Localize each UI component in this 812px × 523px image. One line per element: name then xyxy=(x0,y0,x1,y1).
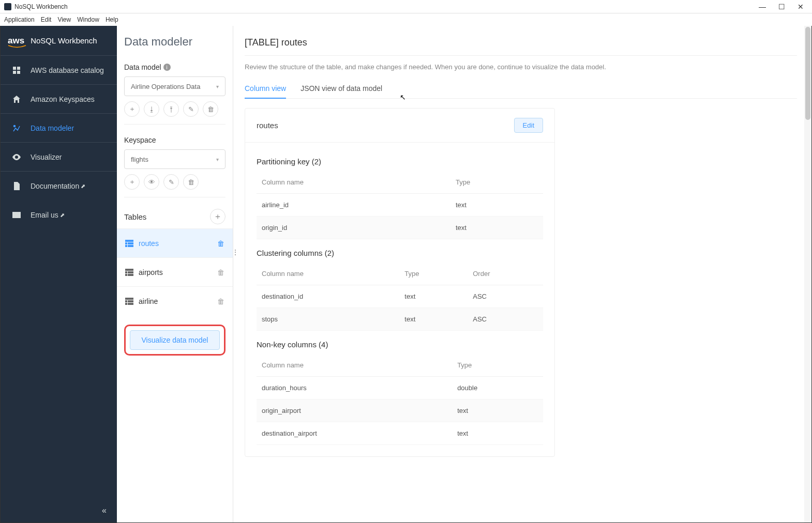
sidebar-title: NoSQL Workbench xyxy=(31,36,97,45)
menu-view[interactable]: View xyxy=(57,16,71,23)
chevron-down-icon: ▾ xyxy=(216,157,219,162)
window-maximize-button[interactable]: ☐ xyxy=(778,3,785,11)
sidebar-item-label: Data modeler xyxy=(31,124,74,132)
app-icon xyxy=(4,3,11,10)
tabs: Column view JSON view of data model xyxy=(245,84,797,99)
delete-table-button[interactable]: 🗑 xyxy=(217,239,224,248)
window-minimize-button[interactable]: — xyxy=(759,3,766,11)
info-icon[interactable]: i xyxy=(163,64,171,71)
table-item-routes[interactable]: routes 🗑 xyxy=(117,228,233,257)
panel-heading: Data modeler xyxy=(124,35,225,49)
svg-rect-6 xyxy=(125,242,127,244)
export-model-button[interactable]: ⭱ xyxy=(163,101,179,117)
aws-logo: aws xyxy=(8,36,24,46)
sidebar-item-data-modeler[interactable]: Data modeler xyxy=(1,114,117,143)
menu-edit[interactable]: Edit xyxy=(41,16,52,23)
separator xyxy=(245,55,797,56)
svg-rect-16 xyxy=(125,300,127,302)
data-model-label: Data model i xyxy=(124,63,225,71)
svg-rect-14 xyxy=(128,274,133,276)
add-table-button[interactable]: ＋ xyxy=(210,209,225,224)
table-name: airline xyxy=(139,297,158,305)
partitioning-title: Partitioning key (2) xyxy=(257,157,543,166)
edit-keyspace-button[interactable]: ✎ xyxy=(163,174,179,190)
sidebar-collapse-button[interactable]: « xyxy=(1,499,117,522)
page-title: [TABLE] routes xyxy=(245,37,797,48)
tab-column-view[interactable]: Column view xyxy=(245,84,286,99)
svg-rect-13 xyxy=(125,274,127,276)
add-keyspace-button[interactable]: ＋ xyxy=(124,174,140,190)
sidebar-item-email[interactable]: Email us⬈ xyxy=(1,201,117,229)
svg-rect-1 xyxy=(17,67,20,70)
upload-icon: ⭱ xyxy=(168,105,175,113)
visualize-button[interactable]: Visualize data model xyxy=(130,330,220,350)
svg-rect-7 xyxy=(128,242,133,244)
download-icon: ⭳ xyxy=(148,105,155,113)
delete-model-button[interactable]: 🗑 xyxy=(203,101,218,117)
sidebar-item-label: Documentation⬈ xyxy=(31,182,85,190)
order-header: Order xyxy=(468,263,543,285)
add-model-button[interactable]: ＋ xyxy=(124,101,140,117)
table-row: destination_idtextASC xyxy=(257,285,543,308)
chevron-down-icon: ▾ xyxy=(216,84,219,89)
type-header: Type xyxy=(450,171,543,194)
type-header: Type xyxy=(399,263,468,285)
table-row: duration_hoursdouble xyxy=(257,377,543,399)
menu-window[interactable]: Window xyxy=(77,16,99,23)
scrollbar-thumb[interactable] xyxy=(805,27,810,120)
window-title: NoSQL Workbench xyxy=(14,3,759,10)
table-card: routes Edit Partitioning key (2) Column … xyxy=(245,108,555,457)
menu-application[interactable]: Application xyxy=(4,16,35,23)
col-header: Column name xyxy=(257,354,452,377)
keyspace-select[interactable]: flights ▾ xyxy=(124,149,225,169)
menubar: Application Edit View Window Help xyxy=(0,13,812,26)
tables-label: Tables xyxy=(124,212,146,221)
view-keyspace-button[interactable]: 👁 xyxy=(144,174,159,190)
svg-point-4 xyxy=(14,125,16,127)
sidebar-item-visualizer[interactable]: Visualizer xyxy=(1,143,117,172)
menu-help[interactable]: Help xyxy=(106,16,118,23)
table-name: airports xyxy=(139,268,163,276)
svg-rect-10 xyxy=(125,269,133,271)
resize-handle[interactable]: ⋮ xyxy=(233,248,238,256)
tab-json-view[interactable]: JSON view of data model xyxy=(300,84,382,98)
card-table-name: routes xyxy=(257,121,278,130)
svg-rect-17 xyxy=(128,300,133,302)
delete-table-button[interactable]: 🗑 xyxy=(217,268,224,276)
external-link-icon: ⬈ xyxy=(60,212,65,219)
scrollbar[interactable] xyxy=(804,26,811,522)
svg-rect-3 xyxy=(17,71,20,74)
model-panel: Data modeler Data model i Airline Operat… xyxy=(117,26,233,522)
sidebar-item-label: AWS database catalog xyxy=(31,66,104,74)
nonkey-table: Column nameType duration_hoursdouble ori… xyxy=(257,354,543,445)
table-icon xyxy=(125,269,133,276)
clustering-table: Column nameTypeOrder destination_idtextA… xyxy=(257,263,543,331)
sidebar-item-catalog[interactable]: AWS database catalog xyxy=(1,56,117,85)
sidebar-item-label: Amazon Keyspaces xyxy=(31,95,95,103)
home-icon xyxy=(12,95,21,104)
svg-rect-9 xyxy=(128,245,133,247)
help-text: Review the structure of the table, and m… xyxy=(245,63,797,71)
delete-table-button[interactable]: 🗑 xyxy=(217,297,224,305)
svg-rect-18 xyxy=(125,303,127,305)
import-model-button[interactable]: ⭳ xyxy=(144,101,159,117)
edit-button[interactable]: Edit xyxy=(514,118,543,133)
delete-keyspace-button[interactable]: 🗑 xyxy=(183,174,199,190)
sidebar-item-documentation[interactable]: Documentation⬈ xyxy=(1,172,117,201)
keyspace-value: flights xyxy=(131,156,148,163)
sidebar-item-label: Visualizer xyxy=(31,153,62,161)
table-item-airports[interactable]: airports 🗑 xyxy=(117,257,233,286)
table-item-airline[interactable]: airline 🗑 xyxy=(117,286,233,315)
mail-icon xyxy=(12,210,21,220)
data-model-select[interactable]: Airline Operations Data ▾ xyxy=(124,76,225,96)
col-header: Column name xyxy=(257,171,450,194)
sidebar-item-keyspaces[interactable]: Amazon Keyspaces xyxy=(1,85,117,114)
edit-model-button[interactable]: ✎ xyxy=(183,101,199,117)
table-row: destination_airporttext xyxy=(257,422,543,445)
document-icon xyxy=(12,181,21,191)
window-close-button[interactable]: ✕ xyxy=(798,3,804,11)
eye-icon xyxy=(12,152,21,162)
table-row: origin_idtext xyxy=(257,217,543,239)
partitioning-table: Column nameType airline_idtext origin_id… xyxy=(257,171,543,239)
trash-icon: 🗑 xyxy=(207,105,214,113)
